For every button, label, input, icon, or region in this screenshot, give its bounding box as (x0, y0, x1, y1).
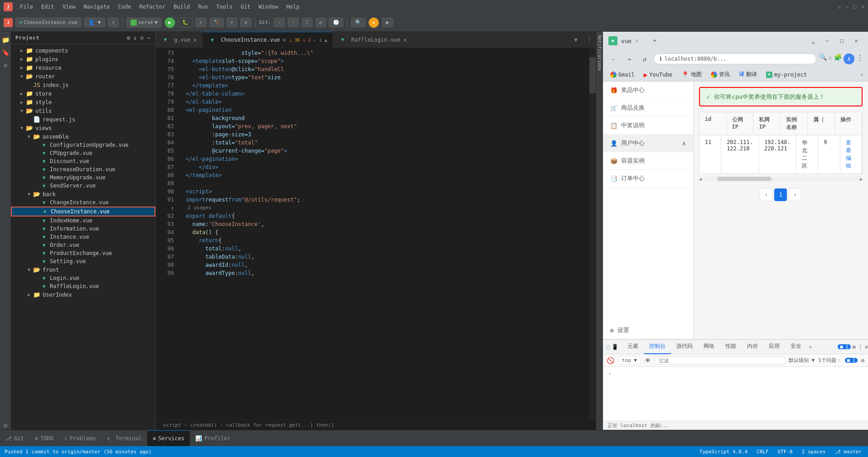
top-selector[interactable]: top ▼ (618, 356, 641, 365)
minimize-window-btn[interactable]: — (821, 34, 834, 47)
bookmark-news[interactable]: 资讯 (708, 70, 733, 79)
tree-item-discount[interactable]: ▼ Discount.vue (11, 157, 155, 165)
menu-git[interactable]: Git (237, 3, 254, 11)
tree-item-router[interactable]: ▼ 📂 router (11, 72, 155, 81)
tree-item-plugins[interactable]: ▶ 📁 plugins (11, 55, 155, 63)
tab-choose-instance[interactable]: ▼ ChooseInstance.vue × ⚠ 36 ✕ 2 ✓ 1 ▲ (203, 32, 333, 48)
next-page-btn[interactable]: › (789, 188, 801, 201)
share-btn[interactable]: ▶ (382, 18, 393, 27)
tab-overflow-btn[interactable]: ▼ (570, 37, 581, 43)
tree-item-config-upgrade[interactable]: ▼ ConfigurationUpgrade.vue (11, 141, 155, 149)
close-btn[interactable]: ✕ (861, 4, 864, 10)
web-nav-order[interactable]: 📑 订单中心 (603, 170, 693, 188)
bottom-tab-git[interactable]: ⎇ Git (0, 430, 29, 447)
search-icon[interactable]: 🔍 (819, 53, 827, 64)
tree-item-store[interactable]: ▶ 📁 store (11, 89, 155, 98)
menu-help[interactable]: Help (283, 3, 303, 11)
devtools-settings-icon2[interactable]: ⚙ (861, 357, 864, 364)
url-bar[interactable]: ℹ localhost:8080/b... (654, 53, 816, 64)
bookmarks-overflow-icon[interactable]: » (860, 72, 863, 78)
git-update-btn[interactable]: ⤴ (302, 18, 313, 27)
menu-code[interactable]: Code (115, 3, 135, 11)
sort-icon[interactable]: ↕ (134, 34, 138, 41)
tree-item-cpu-upgrade[interactable]: ▼ CPUpgrade.vue (11, 149, 155, 157)
menu-file[interactable]: File (16, 3, 37, 11)
tab-split-btn[interactable]: ⋮ (583, 37, 596, 43)
code-content[interactable]: style=":{fo width...\" <template slot-sc… (178, 48, 559, 420)
devtools-tab-security[interactable]: 安全 (785, 340, 807, 354)
back-nav-btn[interactable]: ← (608, 53, 620, 65)
web-nav-award-center[interactable]: 🎁 奖品中心 (603, 82, 693, 99)
scrollbar-thumb[interactable] (717, 177, 772, 181)
bottom-tab-problems[interactable]: ⚠ Problems (59, 430, 101, 447)
tree-item-login[interactable]: ▼ Login.vue (11, 274, 155, 282)
restore-window-btn[interactable]: □ (835, 34, 848, 47)
devtools-close-icon[interactable]: ✕ (865, 344, 868, 350)
close-icon[interactable]: × (283, 36, 286, 43)
bottom-tab-terminal[interactable]: >_ Terminal (101, 430, 147, 447)
menu-edit[interactable]: Edit (38, 3, 58, 11)
tree-item-information[interactable]: ▼ Information.vue (11, 225, 155, 233)
tab-raffle-login[interactable]: ▼ RaffleLogin.vue × (333, 32, 413, 48)
line-ending-status[interactable]: CRLF (755, 449, 771, 455)
prev-page-btn[interactable]: ‹ (760, 188, 772, 201)
filter-input[interactable] (655, 356, 785, 365)
spaces-status[interactable]: 2 spaces (800, 449, 828, 455)
menu-navigate[interactable]: Navigate (80, 3, 114, 11)
edit-link[interactable]: 编辑 (846, 155, 851, 169)
tree-item-choose-instance[interactable]: ▼ ChooseInstance.vue (11, 207, 155, 216)
console-prompt[interactable]: › (608, 370, 612, 376)
bookmark-maps[interactable]: 📍 地图 (679, 70, 704, 79)
expand-icon[interactable]: ⌄ (807, 35, 819, 47)
devtools-tab-application[interactable]: 应用 (763, 340, 785, 354)
language-status[interactable]: TypeScript 4.8.4 (698, 449, 749, 455)
settings-gear-icon[interactable]: ⚙ (140, 34, 144, 41)
tree-item-assemble[interactable]: ▼ 📂 assemble (11, 132, 155, 141)
settings-icon[interactable]: ⚙ (1, 421, 10, 430)
vcs-btn[interactable]: ↑ (108, 18, 119, 27)
web-nav-product-exchange[interactable]: 🛒 商品兑换 (603, 99, 693, 117)
close-icon[interactable]: × (403, 36, 407, 43)
build-btn[interactable]: 🔨 (209, 18, 224, 27)
bookmark-icon[interactable]: ☆ (829, 53, 832, 64)
menu-run[interactable]: Run (194, 3, 212, 11)
web-nav-win-info[interactable]: 📋 中奖说明 (603, 117, 693, 135)
bottom-tab-services[interactable]: ≡ Services (147, 430, 190, 447)
bookmark-gmail[interactable]: Gmail (608, 71, 637, 79)
encoding-status[interactable]: UTF-8 (776, 449, 795, 455)
bookmark-youtube[interactable]: ▶ YouTube (641, 70, 675, 79)
run-button[interactable]: ▶ (164, 17, 175, 28)
tree-item-components[interactable]: ▶ 📁 components (11, 46, 155, 55)
more-icon[interactable]: ⋮ (856, 53, 863, 64)
tree-item-request-js[interactable]: 📄 request.js (11, 115, 155, 124)
tree-item-user-index[interactable]: ▶ 📁 UserIndex (11, 290, 155, 299)
scroll-left-btn[interactable]: ◀ (699, 177, 702, 182)
close-icon[interactable]: × (193, 36, 197, 43)
tree-item-change-instance[interactable]: ▼ ChangeInstance.vue (11, 198, 155, 207)
menu-refactor[interactable]: Refactor (135, 3, 169, 11)
web-nav-user-center[interactable]: 👤 用户中心 ∧ (603, 135, 693, 152)
git-commit-btn[interactable]: ✓ (274, 18, 285, 27)
block-icon[interactable]: 🚫 (607, 357, 614, 364)
bottom-tab-todo[interactable]: ≡ TODO (29, 430, 59, 447)
arrow1-btn[interactable]: ↶ (227, 18, 238, 27)
tree-item-style[interactable]: ▶ 📁 style (11, 98, 155, 106)
tree-item-order[interactable]: ▼ Order.vue (11, 241, 155, 249)
tree-item-instance[interactable]: ▼ Instance.vue (11, 233, 155, 241)
maximize-btn[interactable]: □ (854, 4, 857, 10)
devtools-tab-memory[interactable]: 内存 (742, 340, 763, 354)
tab-g-vue[interactable]: ▼ g.vue × (156, 32, 203, 48)
project-selector[interactable]: ▼ ChooseInstance.vue (15, 18, 82, 27)
collapse-all-icon[interactable]: ⊕ (127, 34, 131, 41)
scrollbar-thumb[interactable] (589, 57, 596, 93)
tree-item-views[interactable]: ▼ 📂 views (11, 124, 155, 132)
structure-icon[interactable]: ≡ (1, 61, 10, 70)
tree-item-index-home[interactable]: ▼ IndexHome.vue (11, 216, 155, 225)
devtools-tab-console[interactable]: 控制台 (644, 340, 671, 354)
devtools-settings-icon[interactable]: ⚙ (853, 344, 856, 350)
menu-window[interactable]: Window (255, 3, 282, 11)
devtools-tab-elements[interactable]: 元素 (622, 340, 644, 354)
menu-build[interactable]: Build (170, 3, 193, 11)
branch-status[interactable]: ⎇ master (833, 449, 863, 455)
project-icon-btn[interactable]: 📁 (1, 35, 10, 44)
